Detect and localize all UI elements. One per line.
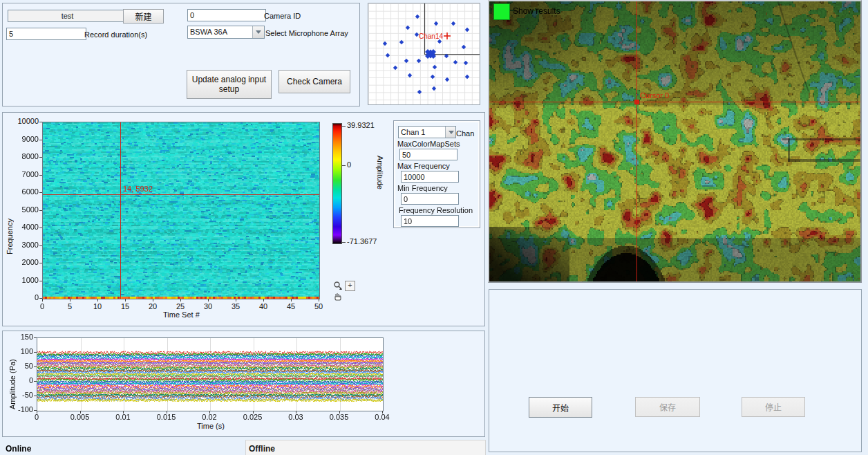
- tick-mark: [34, 381, 37, 382]
- cursor-tool-icon[interactable]: +: [345, 281, 355, 291]
- tick-mark: [339, 411, 340, 414]
- show-results-label: Show results: [513, 6, 560, 16]
- waveform-plot[interactable]: [37, 337, 384, 411]
- tick-label: 0.01: [109, 413, 137, 421]
- tick-label: 1000: [10, 276, 39, 284]
- tick-label: 100: [6, 347, 33, 355]
- tick-label: 3000: [10, 241, 39, 249]
- maxcolormap-field[interactable]: 50: [399, 149, 457, 160]
- tick-mark: [180, 299, 181, 301]
- tick-label: 0.02: [196, 413, 223, 421]
- check-camera-button[interactable]: Check Camera: [279, 70, 350, 93]
- save-button[interactable]: 保存: [635, 397, 700, 417]
- camera-id-field[interactable]: 0: [187, 9, 266, 21]
- camera-cursor-hline[interactable]: [489, 102, 860, 102]
- tick-label: 35: [225, 302, 246, 310]
- tick-label: 25: [170, 302, 191, 310]
- tick-mark: [39, 157, 42, 158]
- new-button[interactable]: 新建: [123, 9, 164, 24]
- zoom-tool-icon[interactable]: [333, 281, 343, 290]
- max-frequency-label: Max Frequency: [397, 162, 450, 170]
- max-frequency-field[interactable]: 10000: [401, 171, 459, 183]
- waveform-panel: Amplitude (Pa) Time (s) 150100500-50-100…: [2, 331, 485, 437]
- tick-label: 0: [10, 293, 39, 301]
- pan-tool-icon[interactable]: [333, 292, 343, 301]
- tick-mark: [39, 140, 42, 140]
- spectrogram-cursor-label: 14, 5932: [123, 185, 153, 193]
- tick-mark: [319, 299, 319, 301]
- camera-cursor-label: Cursor 0: [640, 91, 669, 100]
- colorbar-min-tick: [342, 242, 346, 243]
- tick-label: 45: [281, 302, 301, 310]
- tick-label: 10: [87, 302, 108, 310]
- mic-array-plot[interactable]: Chan14: [368, 3, 480, 105]
- tick-label: 40: [253, 302, 274, 310]
- mic-array-scatter: Chan14: [368, 3, 480, 104]
- tick-mark: [291, 299, 292, 301]
- colorbar-zero-tick: [342, 165, 346, 166]
- amplitude-axis-label: Amplitude: [376, 156, 384, 232]
- control-panel: 开始 保存 停止: [489, 289, 862, 452]
- chevron-down-icon[interactable]: [445, 127, 455, 138]
- tick-label: 30: [198, 302, 218, 310]
- colorbar-max-label: 39.9321: [347, 121, 375, 129]
- spectrogram-cursor-hline[interactable]: [43, 194, 319, 195]
- tick-label: 0.04: [368, 413, 396, 421]
- tick-mark: [209, 411, 210, 414]
- colorbar-max-tick: [342, 126, 346, 127]
- tick-label: 150: [6, 333, 33, 341]
- spectrogram-cursor-vline[interactable]: [120, 122, 121, 299]
- tick-mark: [208, 299, 209, 301]
- test-name-field[interactable]: test: [8, 10, 127, 22]
- offline-label: Offline: [249, 444, 275, 454]
- frequency-resolution-label: Frequency Resolution: [399, 206, 473, 214]
- mic-array-select-value: BSWA 36A: [190, 28, 227, 36]
- online-label: Online: [6, 444, 31, 454]
- tick-mark: [97, 299, 98, 301]
- tick-mark: [153, 299, 153, 301]
- camera-id-label: Camera ID: [264, 12, 301, 20]
- tick-label: 8000: [10, 152, 39, 160]
- tick-mark: [42, 299, 43, 301]
- tick-label: 50: [308, 302, 329, 310]
- tick-label: 0.005: [66, 413, 94, 421]
- tick-mark: [70, 299, 70, 301]
- show-results-checkbox[interactable]: [493, 3, 510, 20]
- record-duration-field[interactable]: 5: [6, 28, 86, 40]
- time-set-axis-label: Time Set #: [163, 310, 200, 319]
- tick-mark: [34, 352, 37, 353]
- tick-mark: [37, 411, 37, 414]
- svg-text:Chan14: Chan14: [419, 32, 443, 40]
- chevron-down-icon[interactable]: [252, 26, 264, 38]
- mic-array-select[interactable]: BSWA 36A: [187, 26, 265, 39]
- tick-label: 15: [115, 302, 135, 310]
- tick-mark: [125, 299, 126, 301]
- acquisition-panel: test 新建 5 Record duration(s) 0 Camera ID…: [2, 3, 360, 106]
- spectrogram-plot[interactable]: 14, 5932: [42, 122, 320, 299]
- stop-button[interactable]: 停止: [742, 397, 805, 417]
- start-button[interactable]: 开始: [529, 397, 592, 418]
- tick-mark: [253, 411, 254, 414]
- tick-label: 0.03: [282, 413, 310, 421]
- tick-label: 0: [6, 376, 33, 384]
- min-frequency-field[interactable]: 0: [401, 193, 459, 205]
- tick-mark: [296, 411, 296, 414]
- channel-select[interactable]: Chan 1: [398, 126, 456, 138]
- tick-mark: [39, 192, 42, 193]
- camera-view[interactable]: Cursor 0 Show results: [488, 0, 862, 283]
- tick-mark: [34, 366, 37, 367]
- camera-cursor-vline[interactable]: [636, 1, 637, 281]
- time-axis-label: Time (s): [197, 422, 225, 430]
- tick-mark: [236, 299, 236, 301]
- tick-mark: [39, 245, 42, 246]
- tick-mark: [39, 210, 42, 211]
- tick-mark: [80, 411, 81, 414]
- tick-label: 7000: [10, 170, 39, 178]
- channel-select-value: Chan 1: [401, 128, 425, 136]
- tick-mark: [34, 396, 37, 396]
- tick-mark: [39, 263, 42, 263]
- frequency-resolution-field[interactable]: 10: [401, 215, 459, 227]
- update-analog-button[interactable]: Update analog input setup: [187, 70, 272, 99]
- channel-select-label: Chan: [456, 129, 474, 138]
- app-root: { "acquisition": { "test_name_value": "t…: [0, 0, 868, 455]
